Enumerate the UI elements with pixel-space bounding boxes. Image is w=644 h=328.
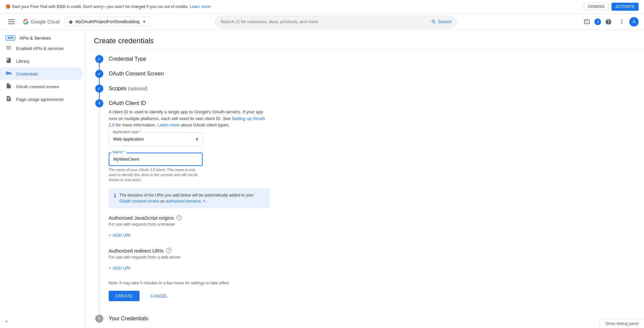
app-header: Google Cloud ◆ MyOAuthProjectForStoreBui… [0, 14, 644, 30]
promo-icon: 🎁 [5, 4, 10, 9]
step1-connector [99, 63, 100, 70]
step2-title: OAuth Consent Screen [109, 70, 636, 78]
add-uri-redirect-label: ADD URI [113, 266, 130, 271]
step-your-credentials: 5 Your Credentials [94, 315, 636, 327]
terminal-icon [584, 18, 590, 25]
stepper: ✓ Credential Type ✓ OAuth Consent Scr [86, 50, 644, 328]
step5-number: 5 [98, 316, 101, 321]
promo-text: Start your Free Trial with $300 in credi… [12, 4, 189, 9]
info-icon: ℹ [114, 193, 116, 204]
avatar-text: A [633, 19, 636, 24]
notification-badge[interactable]: 3 [594, 18, 601, 25]
step5-left: 5 [94, 315, 105, 327]
google-logo-icon [23, 19, 29, 25]
search-input[interactable] [215, 16, 457, 28]
header-actions: 3 A [581, 16, 639, 28]
sidebar-label-oauth-consent: OAuth consent screen [16, 84, 59, 89]
application-type-select[interactable]: Web application Android Chrome extension… [109, 132, 203, 146]
page-title: Create credentials [94, 37, 636, 45]
redirect-uris-subtitle: For use with requests from a web server [109, 255, 636, 260]
step2-connector [99, 78, 100, 85]
step4-description: A client ID is used to identify a single… [109, 109, 270, 128]
page-usage-icon [5, 96, 12, 103]
oauth-consent-screen-link[interactable]: OAuth consent screen [119, 199, 159, 204]
step2-check-icon: ✓ [97, 71, 101, 76]
step3-check-icon: ✓ [97, 86, 101, 91]
main-layout: API APIs & Services Enabled APIs & servi… [0, 30, 644, 328]
collapse-icon: « [5, 319, 8, 324]
project-selector[interactable]: ◆ MyOAuthProjectForStoreBuilding ▼ [65, 17, 150, 26]
step3-circle: ✓ [95, 85, 103, 93]
step1-check-icon: ✓ [97, 56, 101, 62]
sidebar-item-credentials[interactable]: Credentials [0, 67, 83, 80]
domains-info-box: ℹ The domains of the URIs you add below … [109, 188, 270, 208]
step-oauth-consent: ✓ OAuth Consent Screen [94, 70, 636, 85]
promo-learn-more-link[interactable]: Learn more [190, 4, 210, 9]
add-uri-redirect-button[interactable]: + ADD URI [109, 264, 130, 273]
add-uri-js-button[interactable]: + ADD URI [109, 231, 130, 240]
step4-content: OAuth Client ID A client ID is used to i… [105, 99, 636, 315]
page-header: Create credentials [86, 30, 644, 50]
step3-connector [99, 93, 100, 99]
sidebar-item-enabled-apis[interactable]: Enabled APIs & services [0, 42, 83, 55]
create-button[interactable]: CREATE [109, 291, 140, 301]
step1-left: ✓ [94, 55, 105, 70]
credentials-icon [5, 70, 12, 77]
step4-number: 4 [98, 101, 101, 106]
add-uri-js-label: ADD URI [113, 233, 130, 238]
help-button[interactable] [602, 16, 614, 28]
name-field-group: Name * The name of your OAuth 2.0 client… [109, 153, 203, 183]
js-origins-label: Authorized JavaScript origins [109, 215, 174, 221]
hamburger-icon [8, 18, 15, 25]
show-debug-panel-button[interactable]: Show debug panel [600, 319, 644, 328]
notification-count: 3 [597, 20, 599, 24]
step3-title: Scopes (optional) [109, 85, 636, 93]
project-name: MyOAuthProjectForStoreBuilding [75, 19, 140, 24]
sidebar-item-oauth-consent[interactable]: OAuth consent screen [0, 80, 83, 93]
redirect-uris-section: Authorized redirect URIs ? For use with … [109, 248, 636, 273]
activate-button[interactable]: ACTIVATE [611, 3, 639, 11]
sidebar-item-page-usage[interactable]: Page usage agreements [0, 93, 83, 106]
promo-actions: DISMISS ACTIVATE [584, 3, 639, 11]
app-type-label: Application type * [111, 130, 143, 134]
step4-left: 4 [94, 99, 105, 315]
sidebar-section-title: APIs & Services [19, 36, 51, 41]
step-scopes: ✓ Scopes (optional) [94, 85, 636, 99]
redirect-uris-help-icon[interactable]: ? [166, 248, 171, 253]
step4-circle: 4 [95, 99, 103, 107]
js-origins-help-icon[interactable]: ? [176, 215, 182, 220]
setting-up-oauth-link[interactable]: Setting up OAuth 2.0 [109, 116, 265, 128]
step5-circle: 5 [95, 315, 103, 323]
more-options-button[interactable] [616, 16, 628, 28]
name-field-hint: The name of your OAuth 2.0 client. This … [109, 167, 203, 183]
search-button[interactable]: Search [426, 16, 456, 28]
step3-optional-label: (optional) [128, 86, 148, 91]
learn-more-client-link[interactable]: Learn more [157, 122, 179, 127]
authorized-domains-link[interactable]: authorized domains ↗ [166, 199, 205, 204]
form-action-buttons: CREATE CANCEL [109, 291, 636, 301]
step-credential-type: ✓ Credential Type [94, 55, 636, 70]
step2-left: ✓ [94, 70, 105, 85]
library-icon [5, 57, 12, 65]
sidebar-label-library: Library [16, 59, 30, 64]
user-avatar[interactable]: A [629, 17, 639, 26]
sidebar-item-library[interactable]: Library [0, 55, 83, 67]
name-input[interactable] [109, 153, 203, 166]
google-cloud-logo: Google Cloud [23, 19, 60, 25]
menu-button[interactable] [5, 16, 17, 28]
step3-left: ✓ [94, 85, 105, 99]
logo-text: Google Cloud [31, 19, 60, 24]
step-oauth-client-id: 4 OAuth Client ID A client ID is used to… [94, 99, 636, 315]
step5-title: Your Credentials [109, 315, 636, 323]
step2-circle: ✓ [95, 70, 103, 78]
project-icon: ◆ [69, 18, 73, 25]
name-text-field: Name * [109, 153, 203, 166]
search-bar: Search [215, 16, 457, 28]
search-label: Search [438, 19, 451, 24]
help-icon [605, 18, 612, 25]
cancel-form-button[interactable]: CANCEL [144, 291, 175, 301]
dismiss-button[interactable]: DISMISS [584, 3, 609, 11]
sidebar-collapse-button[interactable]: « [0, 316, 86, 326]
terminal-button[interactable] [581, 16, 593, 28]
api-badge: API [5, 35, 15, 41]
